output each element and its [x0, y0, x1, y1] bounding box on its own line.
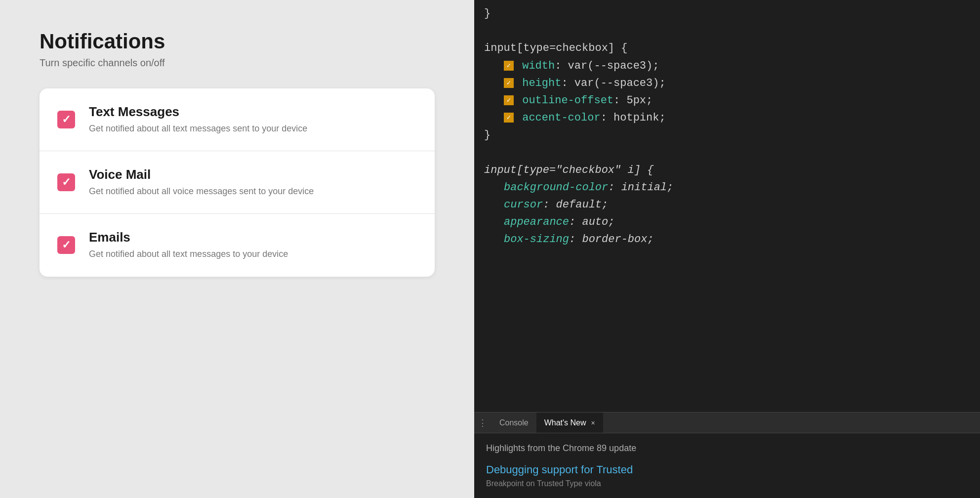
- notification-title-emails: Emails: [89, 230, 288, 245]
- notification-desc-voice-mail: Get notified about all voice messages se…: [89, 185, 314, 198]
- code-line-box-sizing: box-sizing: border-box;: [484, 231, 970, 248]
- tab-whats-new[interactable]: What's New ×: [536, 413, 603, 433]
- tab-close-icon[interactable]: ×: [591, 419, 595, 427]
- code-line-blank-2: [484, 144, 970, 162]
- notification-desc-text-messages: Get notified about all text messages sen…: [89, 123, 307, 135]
- checkbox-voice-mail[interactable]: [57, 173, 75, 191]
- code-line-blank-1: [484, 22, 970, 40]
- code-line-selector-checkbox: input[type=checkbox] {: [484, 40, 970, 57]
- notifications-panel: Notifications Turn specific channels on/…: [0, 0, 474, 498]
- code-line-appearance: appearance: auto;: [484, 213, 970, 231]
- code-line-width: width: var(--space3);: [484, 57, 970, 75]
- tabs-bar: ⋮ Console What's New ×: [474, 413, 980, 433]
- checkbox-text-messages[interactable]: [57, 111, 75, 128]
- tab-console[interactable]: Console: [491, 413, 536, 433]
- whats-new-subtitle: Highlights from the Chrome 89 update: [486, 443, 968, 454]
- notification-text-emails: Emails Get notified about all text messa…: [89, 230, 288, 260]
- code-line-accent-color: accent-color: hotpink;: [484, 109, 970, 126]
- notification-text-text-messages: Text Messages Get notified about all tex…: [89, 104, 307, 135]
- notification-card: Text Messages Get notified about all tex…: [40, 88, 435, 277]
- notification-title-voice-mail: Voice Mail: [89, 167, 314, 182]
- bottom-panel: ⋮ Console What's New × Highlights from t…: [474, 412, 980, 498]
- code-line-background-color: background-color: initial;: [484, 179, 970, 196]
- whats-new-link[interactable]: Debugging support for Trusted: [486, 463, 968, 476]
- whats-new-description: Breakpoint on Trusted Type viola: [486, 479, 968, 488]
- notification-item-text-messages: Text Messages Get notified about all tex…: [40, 88, 435, 151]
- checkbox-emails[interactable]: [57, 236, 75, 254]
- code-line-close-brace-2: }: [484, 126, 970, 144]
- notification-title-text-messages: Text Messages: [89, 104, 307, 120]
- tab-menu-dots[interactable]: ⋮: [478, 417, 488, 428]
- page-title: Notifications: [40, 30, 435, 53]
- code-line-selector-checkbox-i: input[type="checkbox" i] {: [484, 162, 970, 179]
- notification-item-voice-mail: Voice Mail Get notified about all voice …: [40, 151, 435, 214]
- page-subtitle: Turn specific channels on/off: [40, 57, 435, 69]
- code-line-height: height: var(--space3);: [484, 75, 970, 92]
- notification-item-emails: Emails Get notified about all text messa…: [40, 214, 435, 276]
- code-editor: } input[type=checkbox] { width: var(--sp…: [474, 0, 980, 412]
- notification-text-voice-mail: Voice Mail Get notified about all voice …: [89, 167, 314, 198]
- code-line-close-brace-top: }: [484, 5, 970, 22]
- devtools-panel: } input[type=checkbox] { width: var(--sp…: [474, 0, 980, 498]
- code-line-cursor: cursor: default;: [484, 196, 970, 213]
- code-line-outline-offset: outline-offset: 5px;: [484, 92, 970, 109]
- notification-desc-emails: Get notified about all text messages to …: [89, 248, 288, 260]
- whats-new-content: Highlights from the Chrome 89 update Deb…: [474, 433, 980, 498]
